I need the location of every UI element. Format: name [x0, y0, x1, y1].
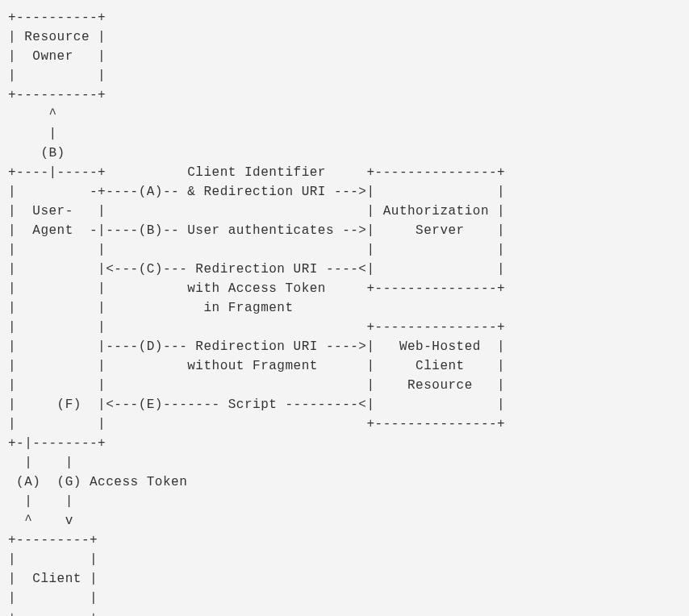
- oauth-flow-diagram: +----------+ | Resource | | Owner | | | …: [8, 8, 681, 616]
